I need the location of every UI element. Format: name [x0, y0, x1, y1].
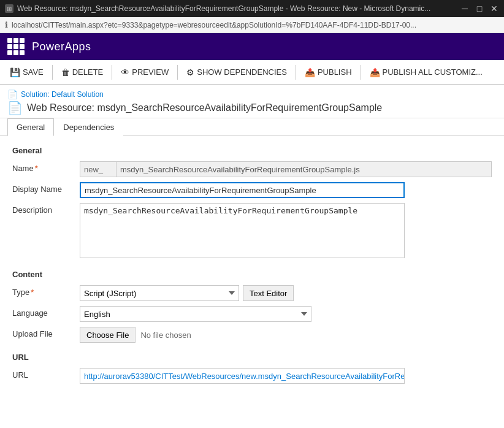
name-prefix-input[interactable] [80, 161, 116, 177]
tabs-bar: General Dependencies [0, 118, 504, 136]
language-field-wrap: English [80, 306, 492, 322]
publish-all-icon: 📤 [370, 67, 380, 77]
dependencies-icon: ⚙ [186, 67, 194, 77]
page-header: 📄 Solution: Default Solution 📄 Web Resou… [0, 85, 504, 118]
app-grid-button[interactable] [7, 38, 25, 55]
description-textarea[interactable] [80, 203, 405, 258]
toolbar-separator-4 [296, 65, 296, 80]
url-section-title: URL [12, 353, 492, 362]
form-content: General Name* Display Name Description C… [0, 136, 504, 428]
delete-icon: 🗑 [61, 67, 70, 77]
publish-button[interactable]: 📤 PUBLISH [300, 63, 357, 82]
solution-icon: 📄 [7, 90, 17, 99]
app-header: PowerApps [0, 33, 504, 60]
description-field-wrap [80, 203, 492, 260]
toolbar-separator-3 [177, 65, 178, 80]
url-row: URL http://aurorav53380/CITTest/WebResou… [12, 368, 492, 384]
save-icon: 💾 [10, 67, 20, 77]
info-icon: ℹ [5, 20, 8, 29]
content-section-title: Content [12, 270, 492, 279]
preview-icon: 👁 [121, 67, 129, 77]
tab-general[interactable]: General [7, 118, 54, 136]
name-main-input[interactable] [116, 161, 492, 177]
address-url[interactable]: localhost/CITTest/main.aspx?etc=9333&pag… [12, 21, 416, 29]
name-row: Name* [12, 161, 492, 177]
toolbar-separator-2 [112, 65, 112, 80]
save-button[interactable]: 💾 SAVE [5, 63, 48, 82]
url-field-wrap: http://aurorav53380/CITTest/WebResources… [80, 368, 492, 384]
minimize-button[interactable]: ─ [460, 4, 470, 13]
choose-file-button[interactable]: Choose File [80, 327, 136, 343]
name-field-wrap [80, 161, 492, 177]
display-name-input[interactable] [80, 182, 405, 198]
window-controls: ─ □ ✕ [460, 4, 499, 13]
name-field-group [80, 161, 492, 177]
address-bar: ℹ localhost/CITTest/main.aspx?etc=9333&p… [0, 17, 504, 33]
publish-icon: 📤 [305, 67, 315, 77]
close-button[interactable]: ✕ [489, 4, 499, 13]
url-label: URL [12, 368, 80, 380]
content-section: Content Type* Script (JScript) Webpage (… [12, 270, 492, 343]
language-select[interactable]: English [80, 306, 311, 322]
page-title: Web Resource: msdyn_SearchResourceAvaila… [27, 102, 382, 113]
text-editor-button[interactable]: Text Editor [243, 285, 294, 301]
type-label: Type* [12, 285, 80, 297]
description-row: Description [12, 203, 492, 260]
language-label: Language [12, 306, 80, 318]
preview-button[interactable]: 👁 PREVIEW [116, 63, 174, 82]
display-name-label: Display Name [12, 182, 80, 194]
title-bar: ⊞ Web Resource: msdyn_SearchResourceAvai… [0, 0, 504, 17]
upload-file-row: Upload File Choose File No file chosen [12, 327, 492, 343]
page-title-icon: 📄 [7, 101, 22, 115]
upload-file-wrap: Choose File No file chosen [80, 327, 492, 343]
url-section: URL URL http://aurorav53380/CITTest/WebR… [12, 353, 492, 384]
type-select[interactable]: Script (JScript) Webpage (HTML) Style Sh… [80, 285, 239, 301]
window-title: Web Resource: msdyn_SearchResourceAvaila… [17, 4, 430, 13]
language-row: Language English [12, 306, 492, 322]
tab-dependencies[interactable]: Dependencies [54, 118, 123, 136]
general-section-title: General [12, 146, 492, 155]
solution-label: Solution: Default Solution [21, 90, 104, 99]
app-icon: ⊞ [5, 4, 13, 13]
toolbar: 💾 SAVE 🗑 DELETE 👁 PREVIEW ⚙ SHOW DEPENDE… [0, 60, 504, 85]
type-field-wrap: Script (JScript) Webpage (HTML) Style Sh… [80, 285, 492, 301]
display-name-field-wrap [80, 182, 492, 198]
no-file-label: No file chosen [140, 331, 191, 340]
toolbar-separator-5 [361, 65, 361, 80]
toolbar-separator [52, 65, 53, 80]
publish-all-button[interactable]: 📤 PUBLISH ALL CUSTOMIZ... [365, 63, 487, 82]
type-required-star: * [31, 288, 34, 297]
upload-file-label: Upload File [12, 327, 80, 338]
maximize-button[interactable]: □ [475, 4, 484, 13]
app-name: PowerApps [32, 40, 91, 53]
name-label: Name* [12, 161, 80, 173]
url-value[interactable]: http://aurorav53380/CITTest/WebResources… [80, 368, 405, 384]
name-required-star: * [35, 164, 38, 173]
description-label: Description [12, 203, 80, 215]
delete-button[interactable]: 🗑 DELETE [56, 63, 109, 82]
show-dependencies-button[interactable]: ⚙ SHOW DEPENDENCIES [181, 63, 292, 82]
display-name-row: Display Name [12, 182, 492, 198]
type-row: Type* Script (JScript) Webpage (HTML) St… [12, 285, 492, 301]
